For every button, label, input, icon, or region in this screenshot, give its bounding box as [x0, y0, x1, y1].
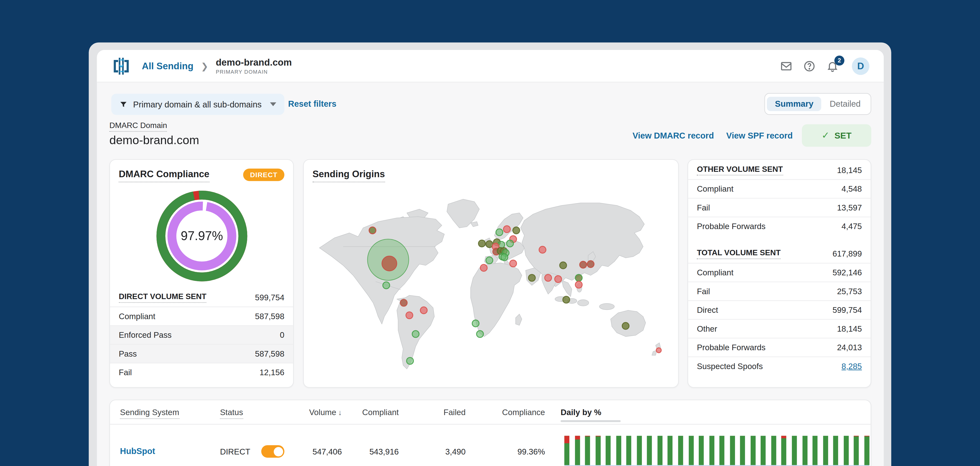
origin-dot — [507, 240, 514, 247]
tab-detailed[interactable]: Detailed — [821, 97, 869, 111]
mail-icon[interactable] — [780, 60, 792, 72]
dmarc-compliance-card: DMARC Compliance DIRECT 97.97% — [109, 159, 294, 388]
daily-bar — [606, 436, 611, 465]
status-toggle[interactable] — [261, 445, 284, 458]
origin-dot — [369, 227, 376, 234]
origin-dot — [406, 312, 413, 319]
origin-dot — [539, 246, 546, 253]
col-failed[interactable]: Failed — [409, 408, 466, 417]
col-daily-by-pct[interactable]: Daily by % — [560, 408, 601, 417]
status-value: DIRECT — [220, 447, 250, 456]
reset-filters-link[interactable]: Reset filters — [288, 99, 336, 109]
daily-bar — [751, 436, 755, 465]
daily-bar — [668, 436, 673, 465]
origin-dot — [513, 227, 520, 234]
dmarc-domain-name: demo-brand.com — [109, 134, 199, 147]
compliance-stats-rows: Compliant587,598Enforced Pass0Pass587,59… — [110, 307, 293, 382]
avatar[interactable]: D — [852, 57, 869, 74]
chevron-down-icon — [270, 102, 276, 106]
screenshot-stage: All Sending ❯ demo-brand.com PRIMARY DOM… — [0, 0, 980, 466]
volume-section-header: OTHER VOLUME SENT18,145 — [688, 160, 871, 179]
daily-bar — [740, 436, 745, 465]
failed-value: 3,490 — [409, 447, 466, 456]
breadcrumb-domain: demo-brand.com — [216, 57, 292, 66]
domain-scope-filter[interactable]: Primary domain & all sub-domains — [111, 94, 284, 115]
origin-dot — [486, 257, 493, 264]
daily-bar — [647, 436, 652, 465]
daily-bar — [813, 436, 818, 465]
app-window-frame: All Sending ❯ demo-brand.com PRIMARY DOM… — [89, 42, 891, 466]
origin-dot — [472, 320, 479, 327]
primary-domain-label: PRIMARY DOMAIN — [216, 68, 292, 74]
origin-dot — [528, 274, 535, 281]
volume-stats-card: OTHER VOLUME SENT18,145Compliant4,548Fai… — [687, 159, 871, 388]
app-window: All Sending ❯ demo-brand.com PRIMARY DOM… — [97, 50, 884, 466]
stat-row: Pass587,598 — [110, 344, 293, 363]
col-volume-sort[interactable]: Volume↓ — [285, 408, 342, 417]
daily-bar — [709, 436, 714, 465]
col-compliance[interactable]: Compliance — [482, 408, 545, 417]
summary-detailed-toggle: SummaryDetailed — [764, 93, 871, 115]
origin-dot — [510, 260, 517, 267]
daily-bar — [730, 436, 735, 465]
sending-origins-card: Sending Origins — [303, 159, 679, 388]
suspected-spoofs-link[interactable]: 8,285 — [842, 361, 862, 371]
origin-dot — [479, 240, 485, 247]
table-header-row: Sending System Status Volume↓ Compliant … — [110, 400, 871, 425]
compliance-donut-chart: 97.97% — [110, 187, 293, 287]
volume-value: 547,406 — [286, 447, 342, 456]
dmarc-domain-label: DMARC Domain — [109, 121, 167, 132]
sending-systems-table: Sending System Status Volume↓ Compliant … — [109, 400, 871, 466]
daily-bar — [843, 436, 848, 465]
stat-row: Fail13,597 — [688, 198, 871, 217]
stat-row: Direct599,754 — [688, 300, 871, 319]
direct-volume-label: DIRECT VOLUME SENT — [119, 292, 207, 303]
header-actions: 2 D — [780, 57, 870, 74]
daily-bar — [699, 436, 704, 465]
daily-bar — [689, 436, 694, 465]
breadcrumb-all-sending[interactable]: All Sending — [142, 60, 193, 71]
col-compliant[interactable]: Compliant — [342, 408, 399, 417]
daily-bar — [771, 436, 776, 465]
origin-dot — [575, 281, 582, 288]
world-map[interactable] — [313, 188, 669, 383]
origins-card-title: Sending Origins — [313, 169, 385, 182]
daily-scrollbar[interactable] — [560, 420, 620, 422]
daily-bar — [864, 436, 869, 465]
breadcrumb-domain-block: demo-brand.com PRIMARY DOMAIN — [216, 57, 292, 74]
dmarc-set-status[interactable]: ✓ SET — [802, 124, 871, 147]
tab-summary[interactable]: Summary — [767, 97, 821, 111]
origin-dot — [406, 357, 413, 364]
stat-row: Fail25,753 — [688, 282, 871, 301]
sort-desc-icon: ↓ — [338, 408, 342, 417]
daily-compliance-bar-chart[interactable] — [565, 436, 870, 465]
origin-dot — [580, 262, 587, 268]
daily-bar — [854, 436, 859, 465]
stat-row: Compliant592,146 — [688, 263, 871, 282]
daily-bar — [781, 436, 786, 465]
stat-row: Probable Forwards24,013 — [688, 338, 871, 357]
view-dmarc-record-link[interactable]: View DMARC record — [633, 131, 714, 141]
compliant-value: 543,916 — [342, 447, 399, 456]
sending-system-link[interactable]: HubSpot — [120, 446, 155, 456]
daily-bar — [833, 436, 838, 465]
help-icon[interactable] — [803, 60, 816, 72]
view-spf-record-link[interactable]: View SPF record — [726, 131, 792, 141]
origin-dot — [480, 264, 487, 271]
origin-dot — [383, 282, 390, 289]
col-sending-system[interactable]: Sending System — [120, 408, 179, 417]
dmarcian-logo[interactable] — [111, 56, 131, 76]
origin-dot — [563, 296, 570, 303]
page-body: Primary domain & all sub-domains Reset f… — [97, 82, 884, 466]
origin-dot — [560, 262, 566, 269]
bell-icon[interactable]: 2 — [826, 60, 838, 72]
stat-row: Suspected Spoofs8,285 — [688, 357, 871, 376]
daily-bar — [565, 436, 570, 465]
daily-bar — [585, 436, 590, 465]
col-status[interactable]: Status — [220, 408, 243, 417]
origin-dot — [501, 254, 508, 261]
origin-dot — [545, 274, 552, 281]
origin-dot — [496, 229, 503, 236]
set-status-label: SET — [834, 130, 851, 141]
toggle-knob — [274, 447, 283, 456]
